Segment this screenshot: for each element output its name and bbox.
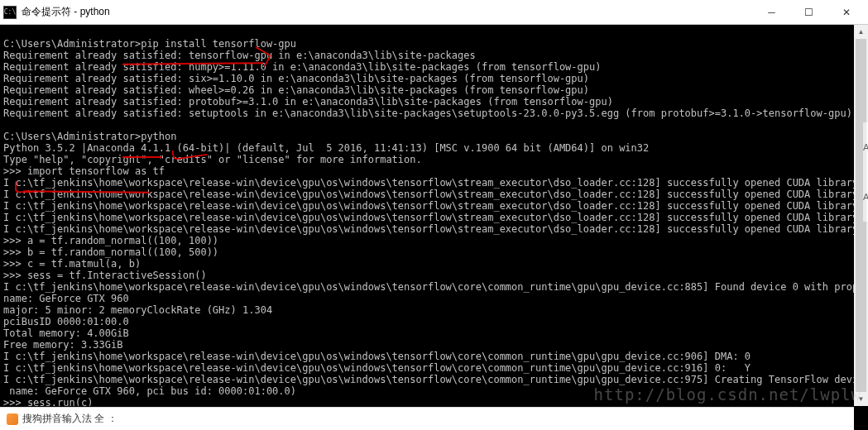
window-title-bar: C:\ 命令提示符 - python ─ ☐ ✕ [0, 0, 868, 25]
terminal-line: >>> import tensorflow as tf [3, 165, 165, 177]
terminal-line: I c:\tf_jenkins\home\workspace\release-w… [3, 362, 751, 374]
terminal-line: I c:\tf_jenkins\home\workspace\release-w… [3, 281, 868, 293]
minimize-button[interactable]: ─ [753, 0, 790, 24]
terminal-line: I c:\tf_jenkins\home\workspace\release-w… [3, 223, 868, 235]
terminal-line: I c:\tf_jenkins\home\workspace\release-w… [3, 351, 751, 362]
terminal-line: I c:\tf_jenkins\home\workspace\release-w… [3, 374, 868, 385]
terminal-line: C:\Users\Administrator>pip install tenso… [3, 38, 296, 50]
scroll-up-icon[interactable]: ▲ [854, 25, 868, 39]
terminal-line: Total memory: 4.00GiB [3, 327, 129, 339]
terminal-line: >>> sess.run(c) [3, 397, 93, 406]
side-a1: A [863, 122, 868, 172]
maximize-button[interactable]: ☐ [790, 0, 827, 24]
terminal-line: I c:\tf_jenkins\home\workspace\release-w… [3, 177, 868, 189]
terminal-line: Requirement already satisfied: protobuf>… [3, 96, 613, 108]
terminal-line: >>> a = tf.random_normal((100, 100)) [3, 235, 218, 246]
terminal-line: name: GeForce GTX 960, pci bus id: 0000:… [3, 385, 296, 397]
terminal-line: I c:\tf_jenkins\home\workspace\release-w… [3, 212, 868, 223]
terminal-line: Free memory: 3.33GiB [3, 339, 123, 351]
terminal-line: Type "help", "copyright", "credits" or "… [3, 154, 422, 165]
side-a2: A [863, 172, 868, 222]
watermark-text: http://blog.csdn.net/lwplw [594, 385, 861, 404]
terminal-line: I c:\tf_jenkins\home\workspace\release-w… [3, 200, 868, 212]
terminal-line: >>> sess = tf.InteractiveSession() [3, 270, 207, 281]
ime-status-bar: 搜狗拼音输入法 全 ： [0, 407, 854, 430]
terminal-line: pciBusID 0000:01:00.0 [3, 316, 129, 327]
terminal-line: Requirement already satisfied: numpy>=1.… [3, 61, 601, 73]
terminal-line: >>> b = tf.random_normal((100, 500)) [3, 246, 218, 258]
side-indicator: A A [863, 122, 868, 222]
terminal-line: Requirement already satisfied: six>=1.10… [3, 73, 589, 84]
terminal-line: name: GeForce GTX 960 [3, 293, 129, 304]
terminal-line: Requirement already satisfied: wheel>=0.… [3, 84, 589, 96]
window-title: 命令提示符 - python [22, 5, 753, 19]
terminal-line: major: 5 minor: 2 memoryClockRate (GHz) … [3, 304, 272, 316]
cmd-icon: C:\ [3, 6, 17, 19]
close-button[interactable]: ✕ [827, 0, 865, 24]
annotation-underline-python [122, 155, 162, 158]
terminal-line: >>> c = tf.matmul(a, b) [3, 258, 141, 270]
ime-label: 搜狗拼音输入法 全 ： [22, 412, 117, 426]
terminal-line: Requirement already satisfied: setuptool… [3, 108, 852, 119]
sogou-icon [7, 413, 18, 425]
terminal-line: Python 3.5.2 |Anaconda 4.1.1 (64-bit)| (… [3, 142, 649, 154]
terminal-line: C:\Users\Administrator>python [3, 131, 177, 142]
window-controls: ─ ☐ ✕ [753, 0, 865, 24]
terminal-content[interactable]: C:\Users\Administrator>pip install tenso… [0, 25, 868, 406]
